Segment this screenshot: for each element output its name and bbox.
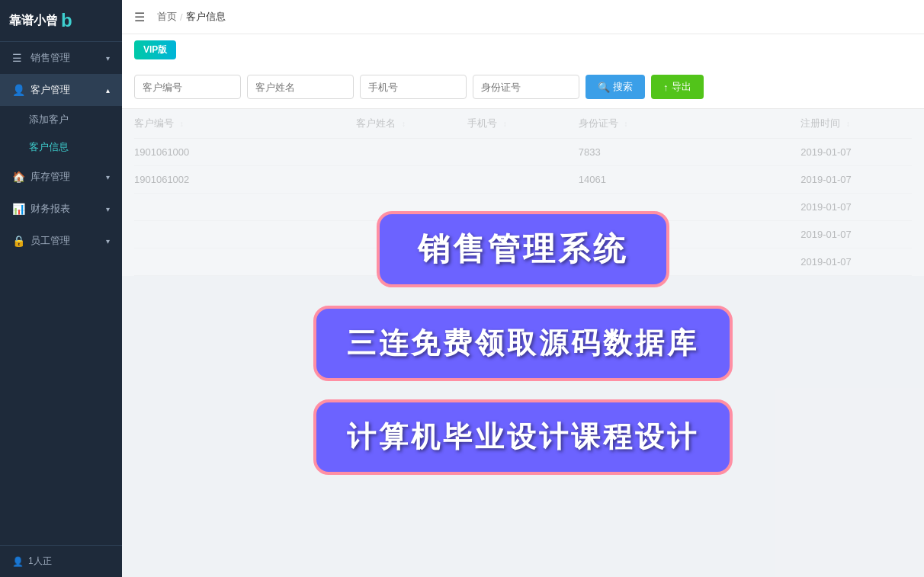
logo-b: b [61, 10, 72, 31]
sales-icon: ☰ [12, 52, 24, 64]
sidebar-logo: 靠谱小曾 b [0, 0, 122, 42]
breadcrumb: 首页 / 客户信息 [157, 10, 226, 24]
dim-overlay [122, 109, 924, 577]
chevron-down-icon: ▾ [106, 173, 110, 181]
sidebar-item-label: 财务报表 [30, 202, 70, 216]
breadcrumb-separator: / [180, 11, 183, 23]
breadcrumb-current: 客户信息 [186, 10, 226, 24]
inventory-icon: 🏠 [12, 171, 24, 183]
vip-area: VIP版 [122, 34, 924, 66]
search-btn-label: 搜索 [613, 80, 633, 94]
export-icon: ↑ [663, 82, 669, 93]
customer-name-input[interactable] [247, 75, 354, 99]
chevron-down-icon: ▾ [106, 205, 110, 213]
employees-icon: 🔒 [12, 235, 24, 247]
search-icon: 🔍 [598, 82, 610, 93]
sub-menu-label: 添加客户 [29, 114, 69, 125]
sidebar-item-employees[interactable]: 🔒 员工管理 ▾ [0, 225, 122, 257]
sidebar-item-label: 销售管理 [30, 51, 70, 65]
main-content: ☰ 首页 / 客户信息 VIP版 🔍 搜索 ↑ 导出 客户编号 [122, 0, 924, 577]
chevron-down-icon: ▾ [106, 237, 110, 245]
sidebar-item-customers[interactable]: 👤 客户管理 ▴ [0, 74, 122, 106]
phone-input[interactable] [360, 75, 467, 99]
id-card-input[interactable] [473, 75, 579, 99]
sidebar-menu: ☰ 销售管理 ▾ 👤 客户管理 ▴ 添加客户 客户信息 🏠 库存管理 ▾ 📊 财… [0, 42, 122, 545]
export-button[interactable]: ↑ 导出 [651, 75, 704, 99]
customers-icon: 👤 [12, 84, 24, 96]
search-button[interactable]: 🔍 搜索 [586, 75, 645, 99]
sidebar: 靠谱小曾 b ☰ 销售管理 ▾ 👤 客户管理 ▴ 添加客户 客户信息 🏠 库存管… [0, 0, 122, 577]
customer-id-input[interactable] [134, 75, 241, 99]
sidebar-item-sales[interactable]: ☰ 销售管理 ▾ [0, 42, 122, 74]
sidebar-item-label: 客户管理 [30, 83, 70, 97]
logo-text: 靠谱小曾 [9, 13, 58, 29]
sub-menu-label: 客户信息 [29, 141, 69, 152]
menu-icon[interactable]: ☰ [134, 10, 145, 24]
finance-icon: 📊 [12, 203, 24, 215]
sidebar-item-inventory[interactable]: 🏠 库存管理 ▾ [0, 161, 122, 193]
sidebar-item-customer-info[interactable]: 客户信息 [0, 133, 122, 161]
sidebar-item-label: 员工管理 [30, 234, 70, 248]
sidebar-item-add-customer[interactable]: 添加客户 [0, 106, 122, 133]
export-btn-label: 导出 [672, 80, 691, 94]
sidebar-item-finance[interactable]: 📊 财务报表 ▾ [0, 193, 122, 225]
footer-text: 1人正 [28, 555, 52, 568]
breadcrumb-home[interactable]: 首页 [157, 10, 177, 24]
footer-icon: 👤 [12, 556, 24, 567]
vip-badge: VIP版 [134, 40, 176, 59]
chevron-up-icon: ▴ [106, 86, 110, 95]
sidebar-item-label: 库存管理 [30, 170, 70, 184]
topbar: ☰ 首页 / 客户信息 [122, 0, 924, 34]
sidebar-footer: 👤 1人正 [0, 545, 122, 577]
search-bar: 🔍 搜索 ↑ 导出 [122, 66, 924, 109]
chevron-down-icon: ▾ [106, 54, 110, 63]
content-section: 客户编号 ↕ 客户姓名 ↕ 手机号 ↕ 身份证号 ↕ 注册时间 ↕ [122, 109, 924, 577]
